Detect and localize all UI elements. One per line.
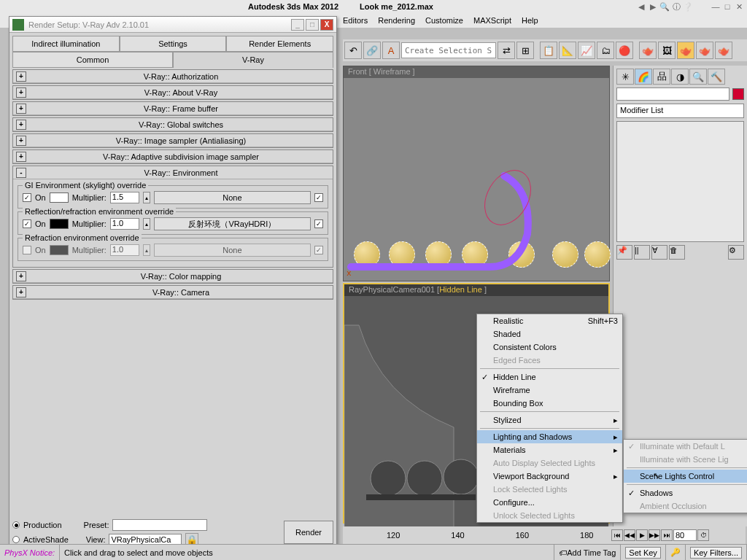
viewport-front-wire[interactable]: Front [ Wireframe ] x xyxy=(343,66,610,281)
ctx-materials[interactable]: Materials▸ xyxy=(477,443,622,456)
ctx-shaded[interactable]: Shaded xyxy=(477,327,622,341)
activeshade-radio[interactable] xyxy=(12,536,20,543)
preset-dropdown[interactable] xyxy=(112,519,207,531)
link-icon[interactable]: 🔗 xyxy=(363,42,381,59)
ctx-vp-background[interactable]: Viewport Background▸ xyxy=(477,470,622,483)
refl-color-swatch[interactable] xyxy=(50,219,69,229)
gi-mult-spinner[interactable]: 1.5 xyxy=(110,192,139,203)
help-icon[interactable]: ❔ xyxy=(683,1,693,12)
align-icon[interactable]: ⊞ xyxy=(516,42,534,59)
ctx-lighting-shadows[interactable]: Lighting and Shadows▸ xyxy=(477,430,622,443)
render-icon[interactable]: 🫖 xyxy=(677,42,694,59)
spinner-up-icon[interactable]: ▴ xyxy=(143,244,150,256)
schematic-icon[interactable]: 🗂 xyxy=(597,42,614,59)
menu-rendering[interactable]: Rendering xyxy=(378,16,415,25)
add-time-tag[interactable]: 🏷 Add Time Tag xyxy=(554,545,621,560)
spinner-up-icon[interactable]: ▴ xyxy=(143,192,150,203)
rollout-global-switches[interactable]: +V-Ray:: Global switches xyxy=(13,118,333,131)
rollout-authorization[interactable]: +V-Ray:: Authorization xyxy=(13,70,333,83)
render-dialog-titlebar[interactable]: Render Setup: V-Ray Adv 2.10.01 _ □ X xyxy=(9,17,336,33)
ctx-wireframe[interactable]: Wireframe xyxy=(477,384,622,397)
tab-common[interactable]: Common xyxy=(12,52,173,68)
refr-on-checkbox[interactable] xyxy=(23,246,31,254)
tab-render-elements[interactable]: Render Elements xyxy=(226,36,333,52)
display-tab-icon[interactable]: 🔍 xyxy=(689,69,707,85)
refl-mult-spinner[interactable]: 1.0 xyxy=(110,218,139,230)
rendered-frame-icon[interactable]: 🖼 xyxy=(658,42,676,59)
maximize-icon[interactable]: □ xyxy=(722,1,732,12)
pin-stack-icon[interactable]: 📌 xyxy=(616,245,632,260)
gi-map-on-checkbox[interactable]: ✓ xyxy=(314,193,323,202)
refr-map-button[interactable]: None xyxy=(154,244,311,257)
time-config-icon[interactable]: ⏱ xyxy=(697,529,709,541)
modifier-list-dropdown[interactable]: Modifier List xyxy=(616,104,744,118)
sub-shadows[interactable]: ✓Shadows xyxy=(624,486,747,499)
key-icon[interactable]: 🔑 xyxy=(666,545,686,560)
menu-help[interactable]: Help xyxy=(522,16,538,25)
modify-tab-icon[interactable]: 🌈 xyxy=(635,69,652,85)
time-ruler[interactable]: 120 140 160 180 xyxy=(343,526,611,544)
refl-on-checkbox[interactable]: ✓ xyxy=(23,219,31,228)
rollout-adaptive-sub[interactable]: +V-Ray:: Adaptive subdivision image samp… xyxy=(13,150,333,163)
ctx-bbox[interactable]: Bounding Box xyxy=(477,397,622,410)
show-end-icon[interactable]: || xyxy=(634,245,650,260)
refl-map-button[interactable]: 反射环境（VRayHDRI） xyxy=(154,217,311,230)
make-unique-icon[interactable]: ∀ xyxy=(651,245,667,260)
tab-settings[interactable]: Settings xyxy=(120,36,227,52)
refl-map-on-checkbox[interactable]: ✓ xyxy=(314,219,323,228)
ctx-stylized[interactable]: Stylized▸ xyxy=(477,413,622,427)
hierarchy-tab-icon[interactable]: 品 xyxy=(653,69,670,85)
object-color-swatch[interactable] xyxy=(732,88,744,100)
create-tab-icon[interactable]: ✳ xyxy=(616,69,634,85)
info-icon[interactable]: ⓘ xyxy=(671,1,681,12)
binoculars-icon[interactable]: 🔍 xyxy=(659,1,670,12)
gi-on-checkbox[interactable]: ✓ xyxy=(23,193,31,202)
rollout-image-sampler[interactable]: +V-Ray:: Image sampler (Antialiasing) xyxy=(13,134,333,147)
text-tool-icon[interactable]: A xyxy=(382,42,400,59)
graphite-icon[interactable]: 📐 xyxy=(559,42,576,59)
rollout-framebuffer[interactable]: +V-Ray:: Frame buffer xyxy=(13,102,333,115)
minimize-icon[interactable]: — xyxy=(711,1,721,12)
gi-map-button[interactable]: None xyxy=(154,191,311,204)
goto-start-icon[interactable]: ⏮ xyxy=(611,529,623,541)
ctx-hidden-line[interactable]: ✓Hidden Line xyxy=(477,370,622,384)
modifier-stack[interactable] xyxy=(616,121,744,242)
minimize-button[interactable]: _ xyxy=(291,19,304,31)
gi-color-swatch[interactable] xyxy=(50,192,69,203)
spinner-up-icon[interactable]: ▴ xyxy=(143,218,150,230)
layers-icon[interactable]: 📋 xyxy=(540,42,557,59)
mirror-icon[interactable]: ⇄ xyxy=(498,42,515,59)
refr-mult-spinner[interactable]: 1.0 xyxy=(110,244,139,256)
undo-icon[interactable]: ↶ xyxy=(344,42,362,59)
keyfilters-button[interactable]: Key Filters... xyxy=(690,547,742,559)
rollout-camera[interactable]: +V-Ray:: Camera xyxy=(13,286,333,299)
current-frame-input[interactable] xyxy=(673,529,697,541)
setkey-button[interactable]: Set Key xyxy=(625,547,661,559)
production-radio[interactable] xyxy=(12,521,20,529)
curve-editor-icon[interactable]: 📈 xyxy=(578,42,595,59)
render-last-icon[interactable]: 🫖 xyxy=(715,42,732,59)
rollout-color-mapping[interactable]: +V-Ray:: Color mapping xyxy=(13,270,333,283)
maximize-button[interactable]: □ xyxy=(306,19,319,31)
close-icon[interactable]: ✕ xyxy=(734,1,744,12)
selection-set-dropdown[interactable] xyxy=(401,42,496,58)
ctx-consistent[interactable]: Consistent Colors xyxy=(477,341,622,354)
utilities-tab-icon[interactable]: 🔨 xyxy=(708,69,725,85)
menu-maxscript[interactable]: MAXScript xyxy=(473,16,511,25)
play-icon[interactable]: ▶ xyxy=(636,529,648,541)
refr-map-on-checkbox[interactable]: ✓ xyxy=(314,246,323,254)
rollout-environment[interactable]: -V-Ray:: Environment xyxy=(13,166,333,179)
motion-tab-icon[interactable]: ◑ xyxy=(671,69,689,85)
menu-editors[interactable]: Editors xyxy=(343,16,368,25)
refr-color-swatch[interactable] xyxy=(50,245,69,255)
ctx-realistic[interactable]: RealisticShift+F3 xyxy=(477,314,622,327)
tab-indirect[interactable]: Indirect illumination xyxy=(12,36,120,52)
tab-vray[interactable]: V-Ray xyxy=(173,52,333,68)
next-frame-icon[interactable]: ▶▶ xyxy=(649,529,660,541)
menu-customize[interactable]: Customize xyxy=(425,16,463,25)
rollout-about[interactable]: +V-Ray:: About V-Ray xyxy=(13,86,333,99)
prev-frame-icon[interactable]: ◀◀ xyxy=(624,529,635,541)
remove-mod-icon[interactable]: 🗑 xyxy=(669,245,685,260)
object-name-input[interactable] xyxy=(616,88,729,101)
configure-sets-icon[interactable]: ⚙ xyxy=(728,245,744,260)
